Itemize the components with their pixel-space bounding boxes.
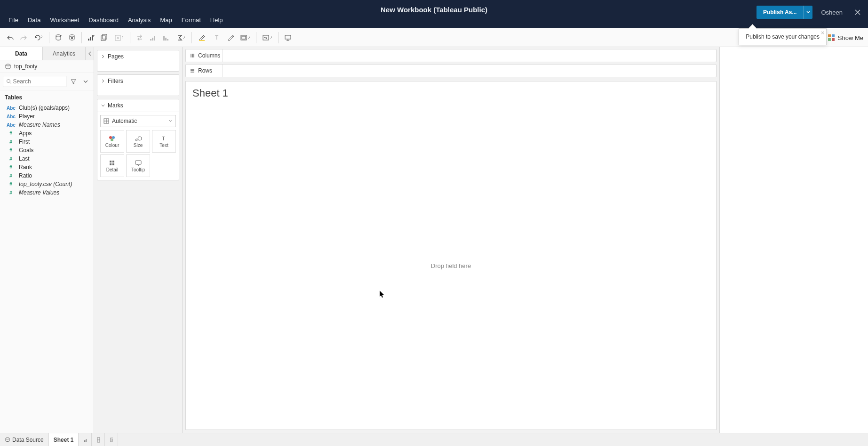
collapse-datapane[interactable] bbox=[85, 47, 94, 60]
highlight-icon bbox=[198, 34, 207, 41]
field-last[interactable]: #Last bbox=[0, 154, 94, 163]
number-icon: # bbox=[7, 173, 15, 178]
abc-icon: Abc bbox=[7, 114, 15, 119]
search-icon bbox=[6, 79, 11, 84]
revert-button[interactable] bbox=[30, 31, 46, 44]
fit-button[interactable] bbox=[237, 31, 253, 44]
columns-shelf[interactable]: Columns bbox=[185, 49, 717, 62]
menu-data[interactable]: Data bbox=[23, 15, 45, 25]
clear-button[interactable] bbox=[111, 31, 127, 44]
menu-file[interactable]: File bbox=[4, 15, 23, 25]
close-button[interactable] bbox=[851, 6, 864, 19]
tab-data-source[interactable]: Data Source bbox=[0, 433, 49, 446]
swap-button[interactable] bbox=[133, 31, 146, 44]
totals-button[interactable] bbox=[173, 31, 189, 44]
new-worksheet-button[interactable] bbox=[85, 31, 98, 44]
field-apps[interactable]: #Apps bbox=[0, 129, 94, 138]
search-field[interactable] bbox=[3, 76, 66, 87]
format-button[interactable] bbox=[224, 31, 237, 44]
publish-button[interactable]: Publish As... bbox=[757, 6, 813, 19]
labels-button[interactable]: T bbox=[211, 31, 224, 44]
svg-rect-10 bbox=[150, 39, 151, 41]
search-input[interactable] bbox=[13, 78, 63, 85]
field-goals[interactable]: #Goals bbox=[0, 146, 94, 154]
field-clubs[interactable]: AbcClub(s) (goals/apps) bbox=[0, 104, 94, 112]
marks-colour[interactable]: Colour bbox=[100, 130, 124, 153]
marks-tooltip[interactable]: Tooltip bbox=[126, 154, 150, 177]
new-sheet-button[interactable] bbox=[79, 433, 92, 446]
highlight-button[interactable] bbox=[195, 31, 211, 44]
pause-icon bbox=[68, 34, 76, 41]
field-menu-button[interactable] bbox=[80, 76, 91, 87]
automark-icon bbox=[104, 118, 109, 124]
field-player[interactable]: AbcPlayer bbox=[0, 112, 94, 121]
svg-rect-7 bbox=[101, 36, 105, 41]
user-name[interactable]: Osheen bbox=[817, 9, 846, 16]
pages-shelf[interactable]: Pages bbox=[97, 50, 179, 72]
svg-rect-24 bbox=[828, 38, 831, 41]
fitwidth-button[interactable] bbox=[259, 31, 275, 44]
svg-rect-23 bbox=[832, 34, 835, 37]
svg-rect-41 bbox=[84, 440, 86, 442]
presentation-icon bbox=[284, 34, 292, 41]
pause-updates-button[interactable] bbox=[65, 31, 79, 44]
number-icon: # bbox=[7, 190, 15, 195]
menu-worksheet[interactable]: Worksheet bbox=[45, 15, 84, 25]
field-list: AbcClub(s) (goals/apps) AbcPlayer AbcMea… bbox=[0, 103, 94, 201]
drop-zone[interactable]: Drop field here bbox=[186, 102, 716, 430]
rows-shelf[interactable]: Rows bbox=[185, 64, 717, 77]
presentation-button[interactable] bbox=[281, 31, 295, 44]
show-me-icon bbox=[828, 34, 835, 41]
chevron-icon bbox=[101, 55, 105, 58]
svg-point-30 bbox=[112, 136, 115, 139]
sheet-title[interactable]: Sheet 1 bbox=[186, 81, 716, 102]
field-first[interactable]: #First bbox=[0, 138, 94, 146]
new-dashboard-button[interactable] bbox=[92, 433, 105, 446]
marks-detail[interactable]: Detail bbox=[100, 154, 124, 177]
filters-shelf[interactable]: Filters bbox=[97, 74, 179, 96]
tab-analytics[interactable]: Analytics bbox=[43, 47, 85, 60]
duplicate-button[interactable] bbox=[98, 31, 111, 44]
field-measure-names[interactable]: AbcMeasure Names bbox=[0, 121, 94, 129]
svg-rect-19 bbox=[242, 36, 246, 39]
field-rank[interactable]: #Rank bbox=[0, 163, 94, 171]
tab-sheet1[interactable]: Sheet 1 bbox=[49, 433, 79, 446]
tooltip-close[interactable]: × bbox=[821, 30, 824, 36]
publish-tooltip: Publish to save your changes × bbox=[739, 28, 827, 45]
marks-size[interactable]: Size bbox=[126, 130, 150, 153]
field-measure-values[interactable]: #Measure Values bbox=[0, 188, 94, 197]
svg-point-31 bbox=[111, 138, 113, 141]
menu-dashboard[interactable]: Dashboard bbox=[84, 15, 123, 25]
marks-text[interactable]: TText bbox=[152, 130, 176, 153]
menu-help[interactable]: Help bbox=[206, 15, 228, 25]
field-count[interactable]: #top_footy.csv (Count) bbox=[0, 180, 94, 188]
sort-asc-button[interactable] bbox=[146, 31, 159, 44]
show-me-button[interactable]: Show Me bbox=[828, 28, 863, 47]
number-icon: # bbox=[7, 148, 15, 153]
new-story-button[interactable] bbox=[105, 433, 118, 446]
svg-point-1 bbox=[70, 34, 74, 36]
datasource-row[interactable]: top_footy bbox=[0, 60, 94, 73]
svg-point-27 bbox=[7, 80, 10, 83]
sheet-view: Sheet 1 Drop field here bbox=[185, 81, 717, 430]
menu-map[interactable]: Map bbox=[155, 15, 176, 25]
number-icon: # bbox=[7, 131, 15, 136]
mark-type-select[interactable]: Automatic bbox=[100, 115, 176, 127]
menu-analysis[interactable]: Analysis bbox=[123, 15, 155, 25]
publish-dropdown[interactable] bbox=[803, 6, 812, 19]
svg-rect-13 bbox=[163, 36, 165, 41]
filter-fields-button[interactable] bbox=[68, 76, 79, 87]
svg-rect-37 bbox=[110, 163, 111, 165]
new-datasource-button[interactable] bbox=[52, 31, 65, 44]
field-ratio[interactable]: #Ratio bbox=[0, 171, 94, 180]
svg-point-32 bbox=[135, 139, 137, 141]
number-icon: # bbox=[7, 182, 15, 187]
undo-button[interactable] bbox=[4, 31, 17, 44]
tab-data[interactable]: Data bbox=[0, 47, 43, 60]
redo-button[interactable] bbox=[17, 31, 30, 44]
sort-desc-button[interactable] bbox=[159, 31, 173, 44]
svg-rect-25 bbox=[832, 38, 835, 41]
worksheet-icon bbox=[87, 34, 96, 41]
duplicate-icon bbox=[100, 34, 109, 41]
menu-format[interactable]: Format bbox=[177, 15, 206, 25]
